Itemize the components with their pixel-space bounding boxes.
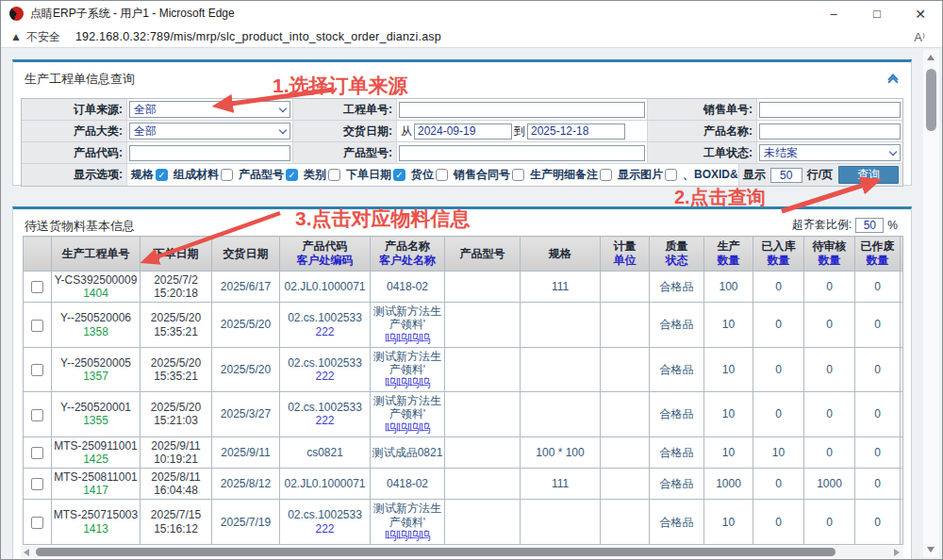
row-checkbox[interactable]	[31, 364, 43, 376]
product-name: 测试新方法生产领料'	[372, 350, 443, 376]
ratio-group: 超齐套比例: %	[792, 217, 898, 233]
product-code: 02.cs.1002533	[281, 356, 369, 370]
search-button[interactable]: 查询	[838, 166, 899, 184]
display-option-checkbox[interactable]: ✓	[286, 169, 298, 181]
scroll-up-icon[interactable]	[927, 55, 935, 60]
url-text[interactable]: 192.168.0.32:789/mis/mrp/slc_product_int…	[75, 30, 441, 43]
order-no[interactable]: Y--250520006	[53, 311, 139, 324]
product-class-select[interactable]: 全部	[129, 123, 290, 140]
qty-pending-cell: 0	[804, 347, 855, 391]
qty-instock-cell: 0	[753, 544, 804, 545]
table-row: MTS-25071500214122025/7/15 15:14:012025/…	[24, 544, 903, 545]
vertical-scrollbar[interactable]	[923, 50, 939, 557]
scroll-down-icon[interactable]	[927, 547, 935, 552]
date-from-input[interactable]	[414, 124, 512, 140]
date-to-input[interactable]	[527, 124, 625, 140]
order-no-cell[interactable]: Y--2505200061358	[52, 303, 141, 347]
product-name-cell: 测试新方法生产领料'呜呜呜呜	[371, 544, 445, 545]
customer-code[interactable]: 222	[281, 325, 369, 338]
query-panel: 生产工程单信息查询 订单来源: 全部 工程单号: 销售单号:	[12, 59, 912, 186]
customer-name[interactable]: 呜呜呜呜	[372, 529, 443, 542]
row-select-cell	[24, 303, 52, 347]
close-button[interactable]: ✕	[899, 1, 942, 26]
horizontal-scroll-thumb[interactable]	[36, 548, 835, 556]
customer-code[interactable]: 222	[281, 414, 369, 427]
minimize-button[interactable]: –	[812, 1, 855, 26]
rows-per-page-input[interactable]	[770, 168, 802, 183]
product-code-cell: 02.cs.1002533222	[280, 347, 371, 391]
row-checkbox[interactable]	[31, 281, 43, 293]
rows-prefix-label: 显示	[743, 167, 766, 183]
collapse-panel-icon[interactable]	[886, 75, 900, 89]
order-no[interactable]: MTS-250911001	[53, 439, 139, 453]
sales-no-input[interactable]	[759, 102, 901, 118]
customer-name[interactable]: 呜呜呜呜	[372, 421, 443, 435]
order-no-cell[interactable]: MTS-2507150021412	[52, 544, 141, 545]
table-row: Y--25052000613582025/5/20 15:35:212025/5…	[24, 303, 903, 347]
row-checkbox[interactable]	[31, 447, 43, 459]
display-option-checkbox[interactable]	[512, 169, 524, 181]
order-no-cell[interactable]: MTS-2509110011425	[52, 436, 141, 468]
order-no[interactable]: MTS-250715003	[53, 508, 139, 521]
order-no[interactable]: MTS-250811001	[53, 470, 139, 484]
customer-code[interactable]: 222	[281, 522, 369, 535]
row-checkbox[interactable]	[31, 517, 43, 529]
product-code-cell: 02.cs.1002533222	[280, 500, 371, 544]
order-no[interactable]: Y--250520001	[53, 401, 139, 414]
project-no-input[interactable]	[399, 102, 645, 118]
column-header: 计量单位	[601, 237, 650, 272]
product-class-value: 全部	[134, 124, 157, 140]
display-option-checkbox[interactable]: ✓	[156, 169, 168, 181]
product-name-cell: 测试新方法生产领料'呜呜呜呜	[371, 500, 445, 544]
url-bar: ▲ 不安全 192.168.0.32:789/mis/mrp/slc_produ…	[1, 26, 942, 48]
table-row: Y-CS39250000914042025/7/2 15:20:182025/6…	[24, 272, 903, 303]
display-option-checkbox[interactable]	[665, 169, 677, 181]
product-model-cell	[445, 303, 521, 347]
row-checkbox[interactable]	[31, 409, 43, 421]
customer-code[interactable]: 222	[281, 370, 369, 383]
order-no-cell[interactable]: MTS-2507150031413	[52, 500, 141, 544]
row-checkbox[interactable]	[31, 478, 43, 490]
display-option-checkbox[interactable]	[436, 169, 448, 181]
table-row: MTS-25081100114172025/8/11 16:04:482025/…	[24, 469, 903, 500]
order-no-cell[interactable]: Y--2505200011355	[52, 392, 141, 436]
product-name-input[interactable]	[759, 124, 901, 140]
spacer-cell	[901, 347, 903, 391]
product-name-label: 产品名称:	[648, 121, 757, 141]
order-no-cell[interactable]: Y-CS3925000091404	[52, 272, 141, 303]
order-no-cell[interactable]: MTS-2508110011417	[52, 469, 141, 500]
scroll-right-icon[interactable]	[894, 549, 900, 556]
spec-cell	[521, 347, 601, 391]
table-row: Y--25052000513572025/5/20 15:35:212025/5…	[24, 347, 903, 391]
ratio-input[interactable]	[855, 218, 884, 233]
order-source-label: 订单来源:	[22, 99, 127, 120]
display-option-checkbox[interactable]	[600, 169, 612, 181]
spacer-cell	[901, 469, 903, 500]
spec-cell	[521, 544, 601, 545]
display-option-checkbox[interactable]	[328, 169, 340, 181]
qty-pending-cell: 0	[804, 392, 855, 436]
maximize-button[interactable]: □	[855, 1, 899, 26]
qty-production-cell: 10	[704, 436, 753, 468]
unit-cell	[601, 392, 650, 436]
row-checkbox[interactable]	[31, 320, 43, 332]
scroll-left-icon[interactable]	[24, 549, 29, 556]
display-option-checkbox[interactable]: ✓	[393, 169, 405, 181]
horizontal-scrollbar[interactable]	[21, 546, 903, 558]
order-no[interactable]: Y-CS392500009	[53, 273, 139, 287]
customer-name[interactable]: 呜呜呜呜	[372, 332, 443, 345]
order-source-select[interactable]: 全部	[129, 101, 290, 118]
product-model-input[interactable]	[399, 145, 645, 161]
order-no-cell[interactable]: Y--2505200051357	[52, 347, 141, 391]
order-status-select[interactable]: 未结案	[759, 144, 901, 161]
column-header: 交货日期	[212, 237, 280, 272]
materials-header-row: 生产工程单号下单日期交货日期产品代码客户处编码产品名称客户处名称产品型号规格计量…	[24, 237, 903, 272]
product-code-input[interactable]	[129, 145, 290, 161]
vertical-scroll-thumb[interactable]	[926, 69, 936, 131]
read-aloud-icon[interactable]: A⁾	[914, 30, 933, 44]
customer-name[interactable]: 呜呜呜呜	[372, 376, 443, 389]
spacer-cell	[901, 392, 903, 436]
display-option-checkbox[interactable]	[221, 169, 233, 181]
product-code: 02.cs.1002533	[281, 508, 369, 521]
order-no[interactable]: Y--250520005	[53, 356, 139, 370]
